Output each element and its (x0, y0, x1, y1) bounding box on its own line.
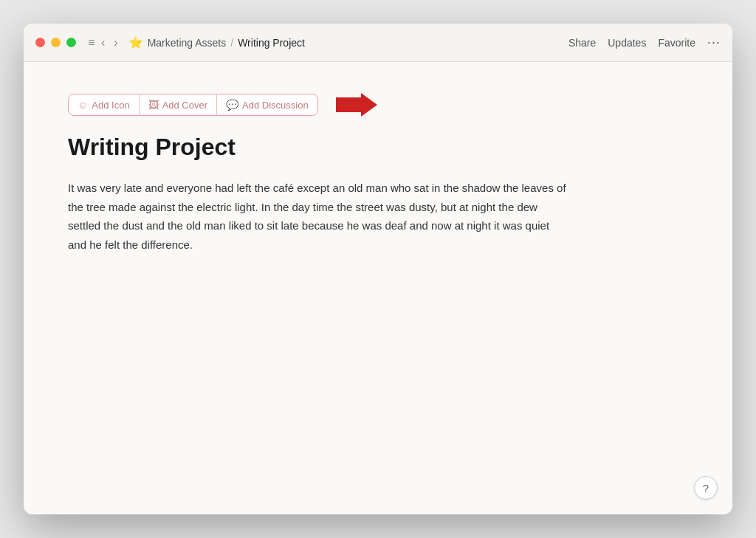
back-arrow[interactable]: ‹ (98, 35, 108, 51)
content-area: ☺ Add Icon 🖼 Add Cover 💬 Add Discussion (24, 62, 732, 514)
add-cover-label: Add Cover (162, 100, 207, 111)
updates-button[interactable]: Updates (608, 37, 646, 49)
star-icon: ⭐ (128, 35, 143, 49)
page-title: Writing Project (68, 133, 688, 161)
more-button[interactable]: ··· (707, 35, 721, 50)
breadcrumb-parent[interactable]: Marketing Assets (148, 37, 227, 49)
toolbar-row: ☺ Add Icon 🖼 Add Cover 💬 Add Discussion (68, 92, 688, 118)
titlebar-right: Share Updates Favorite ··· (568, 35, 721, 50)
nav-arrows: ‹ › (98, 35, 121, 51)
traffic-lights (35, 38, 76, 47)
add-icon-button[interactable]: ☺ Add Icon (69, 94, 140, 115)
breadcrumb-separator: / (230, 37, 233, 49)
emoji-icon: ☺ (78, 99, 88, 111)
red-arrow-icon (336, 92, 377, 118)
forward-arrow[interactable]: › (111, 35, 120, 51)
favorite-button[interactable]: Favorite (658, 37, 695, 49)
page-body: It was very late and everyone had left t… (68, 179, 570, 254)
hamburger-icon[interactable]: ≡ (85, 36, 98, 49)
breadcrumb: Marketing Assets / Writing Project (148, 37, 305, 49)
add-icon-label: Add Icon (92, 100, 129, 111)
add-discussion-label: Add Discussion (242, 100, 309, 111)
image-icon: 🖼 (148, 99, 159, 111)
page-actions-bar: ☺ Add Icon 🖼 Add Cover 💬 Add Discussion (68, 94, 318, 116)
arrow-indicator (336, 92, 377, 118)
breadcrumb-current: Writing Project (238, 37, 305, 49)
titlebar: ≡ ‹ › ⭐ Marketing Assets / Writing Proje… (24, 24, 732, 62)
maximize-button[interactable] (66, 38, 76, 47)
share-button[interactable]: Share (568, 37, 596, 49)
app-window: ≡ ‹ › ⭐ Marketing Assets / Writing Proje… (24, 24, 732, 514)
add-discussion-button[interactable]: 💬 Add Discussion (217, 94, 317, 115)
minimize-button[interactable] (51, 38, 61, 47)
add-cover-button[interactable]: 🖼 Add Cover (140, 94, 217, 115)
close-button[interactable] (35, 38, 45, 47)
help-button[interactable]: ? (694, 476, 718, 500)
comment-icon: 💬 (226, 99, 238, 111)
svg-marker-0 (336, 93, 377, 117)
